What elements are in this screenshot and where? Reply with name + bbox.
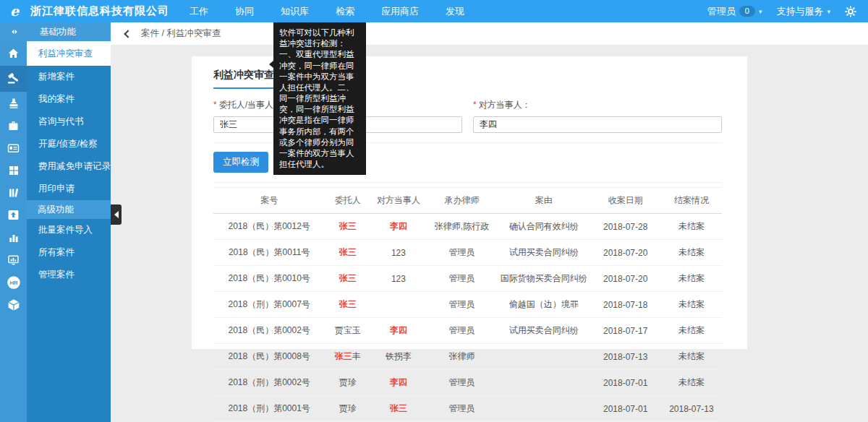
table-cell: 张律师,陈行政	[426, 214, 497, 240]
table-cell: 张三	[325, 266, 370, 292]
table-cell: 李四	[370, 370, 426, 396]
sidebar-item[interactable]: 新增案件	[27, 66, 111, 88]
table-cell	[498, 396, 590, 422]
tooltip-text: 软件可对以下几种利益冲突进行检测：一、双重代理型利益冲突，同一律师在同一案件中为…	[279, 28, 354, 168]
sidebar-item[interactable]: 开庭/侦查/检察	[27, 133, 111, 155]
table-cell: 未结案	[661, 214, 722, 240]
collapse-arrows-icon[interactable]	[0, 27, 29, 36]
sidebar-icon-strip: HR	[0, 41, 27, 422]
top-menu-item[interactable]: 检索	[336, 5, 354, 18]
topbar-right: 管理员 0 ▾ 支持与服务 ▾	[707, 5, 856, 18]
user-menu[interactable]: 管理员 0 ▾	[707, 5, 762, 18]
table-row[interactable]: 2018（民）第0008号张三丰铁拐李张律师2018-07-13未结案	[213, 344, 722, 370]
stamp-icon[interactable]	[0, 92, 27, 114]
top-menu-item[interactable]: 工作	[190, 5, 208, 18]
chevron-down-icon: ▾	[827, 8, 830, 15]
company-name: 浙江律联信息科技有限公司	[30, 4, 169, 18]
table-cell: 张三	[325, 240, 370, 266]
table-cell: 李四	[370, 318, 426, 344]
column-header: 收案日期	[590, 188, 661, 214]
table-cell: 铁拐李	[370, 344, 426, 370]
top-menu-item[interactable]: 发现	[446, 5, 464, 18]
breadcrumb: 案件 / 利益冲突审查	[141, 27, 221, 40]
sidebar-item[interactable]: 我的案件	[27, 88, 111, 111]
table-cell	[498, 370, 590, 396]
upload-icon[interactable]	[0, 204, 27, 226]
top-menu-item[interactable]: 知识库	[281, 5, 309, 18]
bar-chart-icon[interactable]	[0, 226, 27, 249]
sidebar-item[interactable]: 批量案件导入	[27, 219, 111, 241]
library-icon[interactable]	[0, 181, 27, 204]
table-row[interactable]: 2018（民）第0011号张三123管理员试用买卖合同纠纷2018-07-20未…	[213, 240, 722, 266]
table-row[interactable]: 2018（刑）第0007号张三管理员偷越国（边）境罪2018-07-18未结案	[213, 292, 722, 318]
table-cell: 2018-07-17	[590, 318, 661, 344]
gavel-icon[interactable]	[0, 66, 27, 92]
table-cell: 2018（刑）第0007号	[213, 292, 325, 318]
column-header: 案号	[213, 188, 325, 214]
table-cell: 2018-07-20	[590, 240, 661, 266]
form-field: *对方当事人：	[473, 99, 722, 133]
table-cell: 未结案	[661, 240, 722, 266]
column-header: 承办律师	[426, 188, 497, 214]
table-cell: 123	[370, 266, 426, 292]
id-card-icon[interactable]	[0, 137, 27, 159]
table-cell: 管理员	[426, 266, 497, 292]
table-cell: 未结案	[661, 292, 722, 318]
table-cell: 2018（民）第0008号	[213, 344, 325, 370]
home-icon[interactable]	[0, 41, 27, 66]
table-cell: 未结案	[661, 370, 722, 396]
table-row[interactable]: 2018（民）第0002号贾宝玉李四管理员试用买卖合同纠纷2018-07-17未…	[213, 318, 722, 344]
report-icon[interactable]	[0, 249, 27, 271]
field-label: *对方当事人：	[473, 99, 722, 111]
sidebar-item[interactable]: 用印申请	[27, 178, 111, 200]
table-row[interactable]: 2018（民）第0010号张三123管理员国际货物买卖合同纠纷2018-07-2…	[213, 266, 722, 292]
table-cell: 管理员	[426, 370, 497, 396]
panel-title: 利益冲突审查	[213, 69, 274, 89]
sidebar-section-header: 高级功能	[27, 200, 111, 219]
opposing-party-input[interactable]	[473, 116, 722, 133]
support-label: 支持与服务	[776, 5, 823, 18]
table-cell: 管理员	[426, 396, 497, 422]
table-row[interactable]: 2018（刑）第0001号贾珍张三管理员2018-07-012018-07-13	[213, 396, 722, 422]
table-cell: 2018-07-13	[661, 396, 722, 422]
table-header-row: 案号委托人对方当事人承办律师案由收案日期结案情况	[213, 188, 722, 214]
table-cell	[498, 344, 590, 370]
sidebar-section-header: 基础功能	[0, 22, 111, 41]
table-cell: 张三	[325, 292, 370, 318]
table-cell: 张三丰	[325, 344, 370, 370]
top-menu-item[interactable]: 协同	[235, 5, 254, 18]
top-menu: 工作协同知识库检索应用商店发现	[190, 5, 464, 18]
settings-gear-icon[interactable]	[845, 6, 856, 17]
briefcase-icon[interactable]	[0, 114, 27, 137]
detect-button[interactable]: 立即检测	[213, 152, 268, 173]
table-cell: 国际货物买卖合同纠纷	[498, 266, 590, 292]
hr-badge-icon[interactable]: HR	[0, 271, 27, 293]
sidebar-item[interactable]: 所有案件	[27, 241, 111, 264]
table-cell: 2018-07-20	[590, 266, 661, 292]
table-row[interactable]: 2018（刑）第0002号贾珍李四管理员2018-07-01未结案	[213, 370, 722, 396]
required-asterisk: *	[213, 100, 217, 110]
table-cell: 管理员	[426, 292, 497, 318]
sidebar-item[interactable]: 利益冲突审查	[27, 41, 111, 66]
table-cell: 偷越国（边）境罪	[498, 292, 590, 318]
table-cell: 贾珍	[325, 370, 370, 396]
sidebar-item[interactable]: 咨询与代书	[27, 111, 111, 133]
topbar: e 浙江律联信息科技有限公司 工作协同知识库检索应用商店发现 管理员 0 ▾ 支…	[0, 0, 868, 22]
support-menu[interactable]: 支持与服务 ▾	[776, 5, 830, 18]
package-icon[interactable]	[0, 293, 27, 316]
sidebar-item[interactable]: 费用减免申请记录	[27, 155, 111, 178]
sidebar-collapse-handle[interactable]	[111, 204, 122, 225]
table-row[interactable]: 2018（民）第0012号张三李四张律师,陈行政确认合同有效纠纷2018-07-…	[213, 214, 722, 240]
grid-apps-icon[interactable]	[0, 159, 27, 181]
table-cell: 管理员	[426, 318, 497, 344]
back-button[interactable]	[124, 30, 132, 38]
table-cell: 123	[370, 240, 426, 266]
table-cell: 2018（刑）第0001号	[213, 396, 325, 422]
table-cell: 试用买卖合同纠纷	[498, 240, 590, 266]
table-cell: 未结案	[661, 344, 722, 370]
sidebar-item[interactable]: 管理案件	[27, 264, 111, 286]
table-cell: 张三	[325, 214, 370, 240]
chevron-down-icon: ▾	[759, 8, 762, 15]
top-menu-item[interactable]: 应用商店	[381, 5, 419, 18]
sidebar: 基础功能 HR 利益冲突审查新增案件我的案件咨询与代书开庭/侦查/检察费用减免申…	[0, 22, 111, 422]
